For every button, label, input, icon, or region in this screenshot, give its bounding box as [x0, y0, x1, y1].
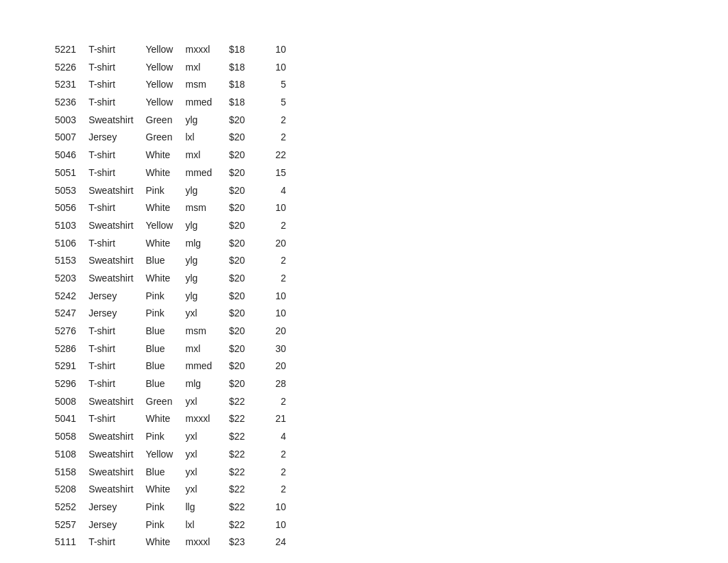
product-color: Yellow [146, 59, 186, 77]
product-color: White [146, 147, 186, 164]
product-size: lxl [185, 516, 224, 534]
product-color: Blue [146, 358, 186, 375]
product-size: lxl [185, 129, 224, 147]
product-price: $22 [224, 464, 265, 481]
product-color: Yellow [146, 76, 186, 94]
product-size: msm [185, 323, 224, 340]
product-color: White [146, 410, 186, 428]
product-quantity: 5 [265, 94, 286, 112]
table-row: 5236T-shirtYellowmmed$185 [55, 94, 286, 112]
product-price: $22 [224, 499, 265, 516]
product-price: $20 [224, 182, 265, 200]
product-id: 5058 [55, 428, 88, 446]
product-color: Green [146, 393, 186, 411]
product-price: $20 [224, 270, 265, 288]
product-color: White [146, 270, 186, 288]
product-quantity: 10 [265, 59, 286, 77]
product-color: White [146, 235, 186, 253]
product-type: Sweatshirt [88, 481, 145, 499]
product-color: Blue [146, 464, 186, 481]
product-size: yxl [185, 464, 224, 481]
table-row: 5226T-shirtYellowmxl$1810 [55, 59, 286, 77]
product-quantity: 20 [265, 235, 286, 253]
product-quantity: 15 [265, 164, 286, 182]
product-quantity: 10 [265, 516, 286, 534]
table-row: 5203SweatshirtWhiteylg$202 [55, 270, 286, 288]
product-size: ylg [185, 288, 224, 305]
product-size: llg [185, 499, 224, 516]
product-size: msm [185, 199, 224, 217]
product-type: T-shirt [88, 59, 145, 77]
product-id: 5221 [55, 41, 88, 59]
table-row: 5153SweatshirtBlueylg$202 [55, 252, 286, 270]
product-id: 5231 [55, 76, 88, 94]
table-row: 5046T-shirtWhitemxl$2022 [55, 147, 286, 164]
product-size: mmed [185, 358, 224, 375]
product-type: T-shirt [88, 147, 145, 164]
product-color: Pink [146, 288, 186, 305]
product-id: 5111 [55, 534, 88, 551]
product-type: T-shirt [88, 41, 145, 59]
product-id: 5051 [55, 164, 88, 182]
product-type: Jersey [88, 305, 145, 323]
product-quantity: 2 [265, 252, 286, 270]
product-size: mmed [185, 94, 224, 112]
table-row: 5103SweatshirtYellowylg$202 [55, 217, 286, 235]
product-quantity: 2 [265, 393, 286, 411]
product-color: Blue [146, 252, 186, 270]
product-id: 5108 [55, 446, 88, 464]
product-size: mxxxl [185, 41, 224, 59]
product-type: T-shirt [88, 340, 145, 358]
product-id: 5153 [55, 252, 88, 270]
product-price: $20 [224, 199, 265, 217]
table-row: 5053SweatshirtPinkylg$204 [55, 182, 286, 200]
product-id: 5008 [55, 393, 88, 411]
product-id: 5203 [55, 270, 88, 288]
product-id: 5053 [55, 182, 88, 200]
product-type: T-shirt [88, 358, 145, 375]
table-row: 5242JerseyPinkylg$2010 [55, 288, 286, 305]
product-quantity: 2 [265, 129, 286, 147]
product-price: $20 [224, 340, 265, 358]
product-type: Jersey [88, 499, 145, 516]
product-type: Jersey [88, 516, 145, 534]
product-id: 5242 [55, 288, 88, 305]
product-color: Pink [146, 499, 186, 516]
product-type: T-shirt [88, 94, 145, 112]
table-row: 5051T-shirtWhitemmed$2015 [55, 164, 286, 182]
product-type: Sweatshirt [88, 464, 145, 481]
product-color: Green [146, 129, 186, 147]
product-color: Pink [146, 305, 186, 323]
product-size: mxxxl [185, 410, 224, 428]
product-quantity: 2 [265, 464, 286, 481]
product-type: Sweatshirt [88, 252, 145, 270]
product-quantity: 20 [265, 323, 286, 340]
product-color: Pink [146, 182, 186, 200]
product-id: 5296 [55, 375, 88, 393]
product-price: $20 [224, 235, 265, 253]
product-quantity: 10 [265, 199, 286, 217]
product-size: ylg [185, 112, 224, 129]
product-type: Sweatshirt [88, 446, 145, 464]
product-price: $20 [224, 323, 265, 340]
product-price: $18 [224, 94, 265, 112]
product-size: mxl [185, 147, 224, 164]
product-size: mlg [185, 375, 224, 393]
product-quantity: 2 [265, 270, 286, 288]
product-size: mlg [185, 235, 224, 253]
product-id: 5276 [55, 323, 88, 340]
product-price: $18 [224, 76, 265, 94]
product-size: mxl [185, 59, 224, 77]
table-row: 5247JerseyPinkyxl$2010 [55, 305, 286, 323]
product-price: $23 [224, 534, 265, 551]
product-type: T-shirt [88, 323, 145, 340]
product-quantity: 20 [265, 358, 286, 375]
product-color: Pink [146, 428, 186, 446]
product-quantity: 2 [265, 217, 286, 235]
table-row: 5106T-shirtWhitemlg$2020 [55, 235, 286, 253]
product-size: yxl [185, 446, 224, 464]
product-quantity: 2 [265, 112, 286, 129]
product-type: Sweatshirt [88, 393, 145, 411]
product-size: yxl [185, 393, 224, 411]
product-size: ylg [185, 252, 224, 270]
